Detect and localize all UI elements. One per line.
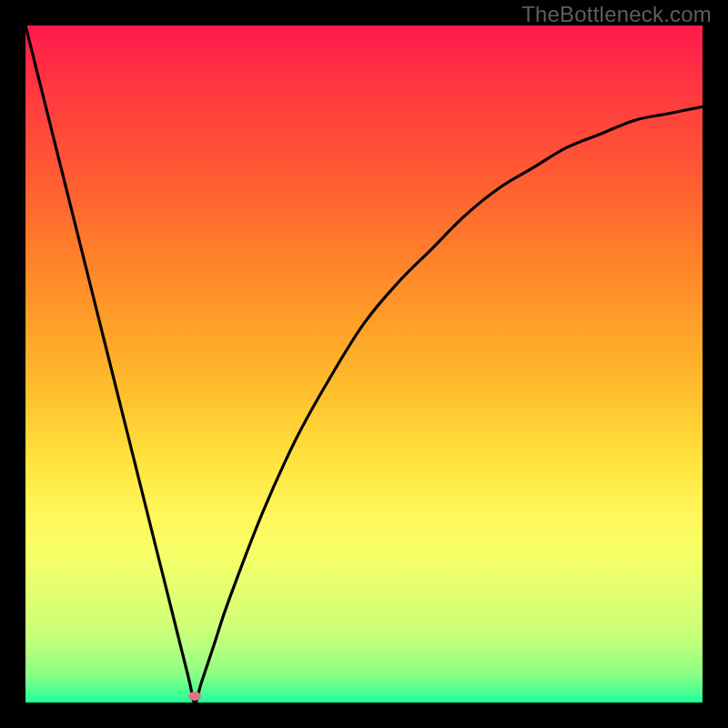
plot-area	[25, 25, 703, 703]
watermark-text: TheBottleneck.com	[521, 2, 712, 27]
bottleneck-curve	[25, 25, 703, 703]
chart-frame: TheBottleneck.com	[0, 0, 728, 728]
minimum-marker	[188, 692, 201, 701]
